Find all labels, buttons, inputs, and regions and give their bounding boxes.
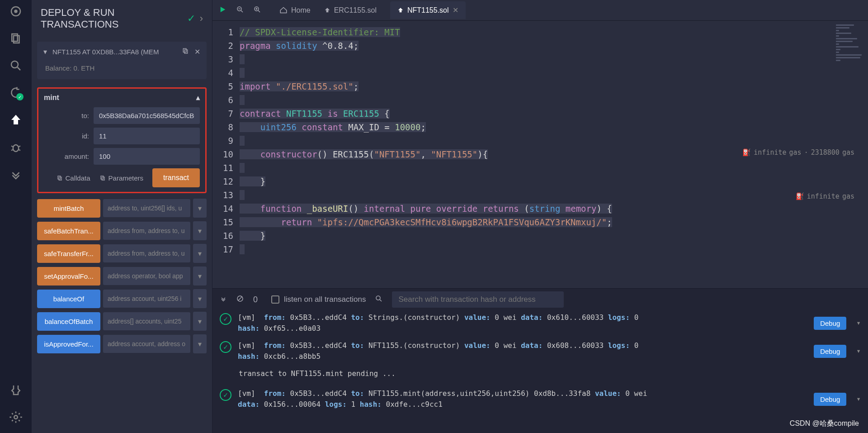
function-button[interactable]: safeBatchTran... [37, 222, 100, 240]
chevron-down-icon[interactable]: ▾ [856, 394, 861, 404]
chevron-down-icon[interactable]: ▾ [43, 48, 47, 56]
chevron-down-icon[interactable]: ▾ [193, 289, 207, 308]
svg-marker-19 [221, 7, 226, 12]
compile-icon[interactable]: ✓ [9, 86, 23, 100]
to-label: to: [44, 112, 94, 119]
svg-line-5 [18, 67, 20, 70]
svg-rect-3 [14, 36, 19, 43]
chevron-down-icon[interactable]: ▾ [193, 334, 207, 353]
function-button[interactable]: mintBatch [37, 199, 100, 218]
parameters-link[interactable]: Parameters [99, 174, 144, 182]
function-row: balanceOfBatchaddress[] accounts, uint25… [37, 312, 207, 331]
remix-logo-icon[interactable] [9, 5, 23, 18]
pending-text: transact to NFT1155.mint pending ... [239, 368, 861, 379]
function-params-input[interactable]: address operator, bool app [103, 267, 190, 285]
svg-line-30 [238, 297, 242, 301]
amount-label: amount: [44, 152, 94, 160]
mint-function-box: mint ▴ to: id: amount: Calldata Paramete… [37, 87, 207, 193]
chevron-up-icon[interactable]: ▴ [196, 93, 200, 102]
collapse-icon[interactable] [220, 295, 227, 304]
pending-count: 0 [253, 295, 258, 305]
tab-nft1155[interactable]: NFT1155.sol✕ [390, 1, 466, 19]
term-search-icon[interactable] [375, 295, 383, 305]
zoom-in-icon[interactable] [253, 5, 261, 15]
code-editor[interactable]: 1234567891011121314151617 // SPDX-Licens… [212, 21, 868, 288]
success-icon: ✓ [220, 313, 231, 325]
transact-button[interactable]: transact [152, 168, 200, 187]
success-icon: ✓ [220, 389, 231, 401]
function-button[interactable]: balanceOfBatch [37, 312, 100, 331]
function-row: mintBatchaddress to, uint256[] ids, u▾ [37, 199, 207, 218]
function-params-input[interactable]: address to, uint256[] ids, u [103, 199, 190, 217]
chevron-down-icon[interactable]: ▾ [856, 318, 861, 328]
gas-hint: ⛽ infinite gas · 2318800 gas [742, 148, 854, 157]
more-icon[interactable] [9, 167, 23, 181]
log-entry: ✓ [vm] from: 0x5B3...eddC4 to: Strings.(… [220, 312, 861, 334]
debugger-icon[interactable] [9, 140, 23, 154]
copy-icon[interactable] [182, 47, 189, 56]
run-icon[interactable] [219, 5, 227, 15]
balance-text: Balance: 0. ETH [45, 64, 200, 72]
tab-erc1155[interactable]: ERC1155.sol [324, 1, 377, 19]
tab-home[interactable]: Home [279, 1, 311, 19]
function-row: isApprovedFor...address account, address… [37, 334, 207, 353]
editor-toolbar: Home ERC1155.sol NFT1155.sol✕ [212, 0, 868, 21]
to-input[interactable] [94, 107, 200, 124]
svg-rect-17 [100, 176, 103, 179]
tab-close-icon[interactable]: ✕ [453, 6, 458, 14]
calldata-link[interactable]: Calldata [57, 174, 90, 182]
debug-button[interactable]: Debug [814, 317, 846, 330]
svg-point-4 [11, 61, 18, 68]
chevron-down-icon[interactable]: ▾ [193, 266, 207, 285]
check-badge-icon: ✓ [16, 93, 24, 100]
chevron-down-icon[interactable]: ▾ [193, 312, 207, 331]
debug-button[interactable]: Debug [814, 345, 846, 358]
checkbox[interactable] [271, 295, 279, 304]
chevron-right-icon[interactable]: › [200, 13, 203, 24]
zoom-out-icon[interactable] [236, 5, 244, 15]
function-params-input[interactable]: address account, address o [103, 335, 190, 353]
terminal: 0 listen on all transactions ✓ [vm] from… [212, 288, 868, 433]
file-explorer-icon[interactable] [9, 32, 23, 45]
log-entry: ✓ [vm] from: 0x5B3...eddC4 to: NFT1155.(… [220, 340, 861, 362]
clear-icon[interactable] [236, 295, 244, 305]
contract-title: NFT1155 AT 0XD8B...33FA8 (MEM [52, 48, 176, 56]
close-icon[interactable]: ✕ [194, 48, 200, 56]
function-params-input[interactable]: address account, uint256 i [103, 290, 190, 308]
svg-point-7 [13, 145, 19, 152]
function-button[interactable]: balanceOf [37, 290, 100, 308]
function-list: mintBatchaddress to, uint256[] ids, u▾sa… [37, 199, 207, 357]
function-row: safeBatchTran...address from, address to… [37, 221, 207, 240]
function-params-input[interactable]: address from, address to, u [103, 244, 190, 262]
terminal-body[interactable]: ✓ [vm] from: 0x5B3...eddC4 to: Strings.(… [212, 310, 868, 433]
svg-rect-14 [184, 50, 188, 53]
chevron-down-icon[interactable]: ▾ [856, 346, 861, 357]
gas-hint: ⛽ infinite gas [796, 192, 854, 200]
icon-bar: ✓ [0, 0, 32, 433]
chevron-down-icon[interactable]: ▾ [193, 244, 207, 263]
function-row: balanceOfaddress account, uint256 i▾ [37, 289, 207, 308]
id-input[interactable] [94, 128, 200, 144]
function-button[interactable]: isApprovedFor... [37, 335, 100, 353]
svg-point-31 [376, 296, 380, 300]
chevron-down-icon[interactable]: ▾ [193, 221, 207, 240]
log-entry: ✓ [vm] from: 0x5B3...eddC4 to: NFT1155.m… [220, 388, 861, 410]
listen-toggle[interactable]: listen on all transactions [271, 295, 366, 304]
deploy-panel: DEPLOY & RUN TRANSACTIONS ✓ › ▾ NFT1155 … [32, 0, 212, 433]
plugin-icon[interactable] [9, 383, 23, 397]
settings-icon[interactable] [9, 410, 23, 424]
deploy-icon[interactable] [9, 113, 23, 127]
chevron-down-icon[interactable]: ▾ [193, 199, 207, 218]
panel-title: DEPLOY & RUN TRANSACTIONS ✓ › [32, 0, 212, 37]
search-icon[interactable] [9, 59, 23, 72]
debug-button[interactable]: Debug [814, 393, 846, 406]
function-params-input[interactable]: address[] accounts, uint25 [103, 312, 190, 330]
amount-input[interactable] [94, 148, 200, 165]
function-params-input[interactable]: address from, address to, u [103, 222, 190, 240]
term-search-input[interactable] [392, 291, 564, 308]
function-button[interactable]: setApprovalFo... [37, 267, 100, 285]
function-button[interactable]: safeTransferFr... [37, 244, 100, 263]
svg-rect-13 [183, 48, 186, 52]
mint-label: mint [44, 94, 59, 102]
svg-line-32 [380, 300, 382, 301]
